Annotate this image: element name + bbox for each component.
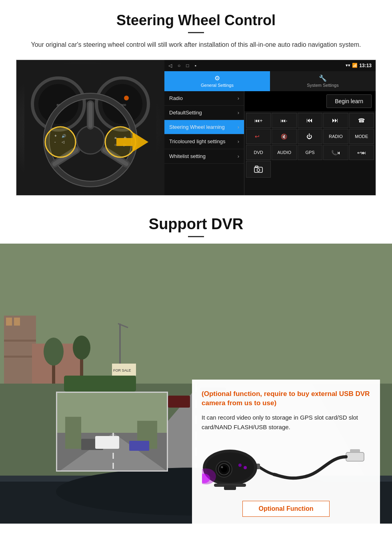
control-panel: Begin learn ⏮+ ⏮- ⏮ — [244, 91, 376, 195]
ctrl-vol-minus[interactable]: ⏮- — [272, 113, 296, 128]
dvr-title: Support DVR — [0, 216, 392, 233]
svg-rect-90 — [224, 485, 236, 490]
wheel-svg: 80 3000 + 🔊 — [24, 64, 156, 192]
chevron-right-icon: › — [238, 138, 239, 145]
svg-rect-63 — [64, 376, 136, 392]
ctrl-call[interactable]: ☎ — [349, 113, 374, 128]
svg-text:○: ○ — [114, 143, 116, 147]
svg-point-7 — [124, 96, 129, 100]
menu-item-radio[interactable]: Radio › — [164, 91, 244, 106]
android-panel: ◁ ○ □ ▪ ▾▾ 📶 13:13 ⚙ General Settings — [164, 60, 376, 195]
ctrl-radio[interactable]: RADIO — [323, 129, 348, 144]
swc-demo-area: 80 3000 + 🔊 — [16, 60, 376, 196]
svg-text:🔊: 🔊 — [62, 134, 66, 138]
svg-rect-56 — [168, 396, 190, 408]
optional-function-button[interactable]: Optional Function — [242, 501, 330, 517]
ctrl-mute[interactable]: 🔇 — [272, 129, 296, 144]
dvr-optional-text: (Optional function, require to buy exter… — [202, 389, 370, 408]
svg-text:📞⏮: 📞⏮ — [331, 150, 340, 156]
tab-system-label: System Settings — [307, 83, 338, 88]
menu-radio-label: Radio — [169, 95, 183, 101]
ctrl-gps[interactable]: GPS — [298, 145, 322, 160]
dvr-camera-illustration — [202, 438, 370, 494]
dvr-title-area: Support DVR — [0, 204, 392, 244]
svg-rect-45 — [4, 316, 36, 384]
svg-rect-77 — [350, 449, 360, 452]
ctrl-camera[interactable] — [246, 161, 271, 178]
status-time: 13:13 — [359, 63, 372, 68]
tab-general-settings[interactable]: ⚙ General Settings — [164, 71, 270, 91]
svg-point-17 — [45, 127, 76, 157]
svg-rect-47 — [14, 318, 20, 326]
ctrl-call-prev[interactable]: 📞⏮ — [323, 145, 348, 160]
svg-text:≡: ≡ — [114, 136, 116, 140]
svg-text:⏭: ⏭ — [332, 117, 338, 124]
svg-rect-39 — [255, 166, 258, 168]
ctrl-prev[interactable]: ⏮ — [298, 113, 322, 128]
menu-steering-label: Steering Wheel learning — [169, 124, 225, 130]
svg-text:⏮+: ⏮+ — [254, 118, 262, 124]
ctrl-next[interactable]: ⏭ — [323, 113, 348, 128]
ctrl-hangup[interactable]: ↩ — [246, 129, 271, 144]
tab-system-settings[interactable]: 🔧 System Settings — [270, 71, 376, 91]
ctrl-vol-plus[interactable]: ⏮+ — [246, 113, 271, 128]
svg-point-54 — [73, 336, 90, 360]
svg-rect-75 — [95, 436, 119, 449]
dvr-divider — [188, 236, 204, 237]
svg-point-40 — [257, 168, 260, 171]
steering-wheel-section: Steering Wheel Control Your original car… — [0, 0, 392, 204]
status-icons: ▾▾ 📶 13:13 — [346, 63, 372, 68]
svg-text:FOR SALE: FOR SALE — [113, 368, 131, 372]
ctrl-back-next[interactable]: ↩⏭ — [349, 145, 374, 160]
menu-item-steering[interactable]: Steering Wheel learning › — [164, 120, 244, 134]
menu-item-light[interactable]: Tricoloured light settings › — [164, 134, 244, 150]
ctrl-audio[interactable]: AUDIO — [272, 145, 296, 160]
svg-point-52 — [44, 338, 64, 366]
svg-rect-48 — [4, 340, 36, 342]
camera-svg — [202, 440, 370, 492]
android-tabs: ⚙ General Settings 🔧 System Settings — [164, 71, 376, 91]
svg-rect-46 — [6, 318, 12, 326]
ctrl-power[interactable]: ⏻ — [298, 129, 322, 144]
gear-icon: ⚙ — [214, 74, 220, 82]
dvr-section: FOR SALE Support DVR — [0, 204, 392, 524]
ctrl-mode[interactable]: MODE — [349, 129, 374, 144]
settings-icon: 🔧 — [319, 74, 327, 82]
menu-item-whitelist[interactable]: Whitelist setting › — [164, 149, 244, 164]
dash-cam-thumbnail — [56, 392, 168, 472]
begin-learn-button[interactable]: Begin learn — [326, 94, 372, 108]
android-menu-area: Radio › DefaultSetting › Steering Wheel … — [164, 91, 376, 195]
chevron-right-icon: › — [238, 110, 239, 116]
svg-text:⏮-: ⏮- — [280, 118, 287, 124]
dvr-description: It can record video only to storage in G… — [202, 413, 370, 432]
wifi-icon: 📶 — [352, 63, 358, 68]
recents-icon[interactable]: □ — [186, 63, 189, 68]
chevron-right-icon: › — [238, 124, 239, 130]
navbar-icons: ◁ ○ □ ▪ — [168, 63, 196, 68]
back-icon[interactable]: ◁ — [168, 63, 172, 68]
signal-icon: ▾▾ — [346, 63, 350, 68]
begin-learn-row: Begin learn — [244, 91, 376, 111]
menu-light-label: Tricoloured light settings — [169, 138, 225, 145]
svg-rect-76 — [346, 452, 364, 461]
menu-item-default[interactable]: DefaultSetting › — [164, 106, 244, 120]
steering-wheel-image: 80 3000 + 🔊 — [16, 60, 164, 196]
menu-icon[interactable]: ▪ — [195, 63, 196, 68]
ctrl-dvd[interactable]: DVD — [246, 145, 271, 160]
svg-point-84 — [221, 466, 223, 468]
swc-divider — [188, 32, 204, 33]
svg-point-86 — [244, 466, 247, 469]
swc-description: Your original car's steering wheel contr… — [24, 40, 368, 50]
svg-point-85 — [238, 464, 242, 467]
svg-point-10 — [76, 126, 104, 154]
android-statusbar: ◁ ○ □ ▪ ▾▾ 📶 13:13 — [164, 60, 376, 71]
svg-text:↩: ↩ — [255, 133, 260, 140]
svg-text:↩⏭: ↩⏭ — [357, 150, 366, 156]
chevron-right-icon: › — [238, 153, 239, 159]
svg-text:◁: ◁ — [62, 140, 64, 144]
dvr-info-card: (Optional function, require to buy exter… — [192, 380, 380, 524]
svg-text:⏻: ⏻ — [306, 133, 312, 140]
svg-text:-: - — [54, 140, 56, 144]
home-icon[interactable]: ○ — [178, 63, 180, 68]
tab-general-label: General Settings — [201, 83, 234, 88]
